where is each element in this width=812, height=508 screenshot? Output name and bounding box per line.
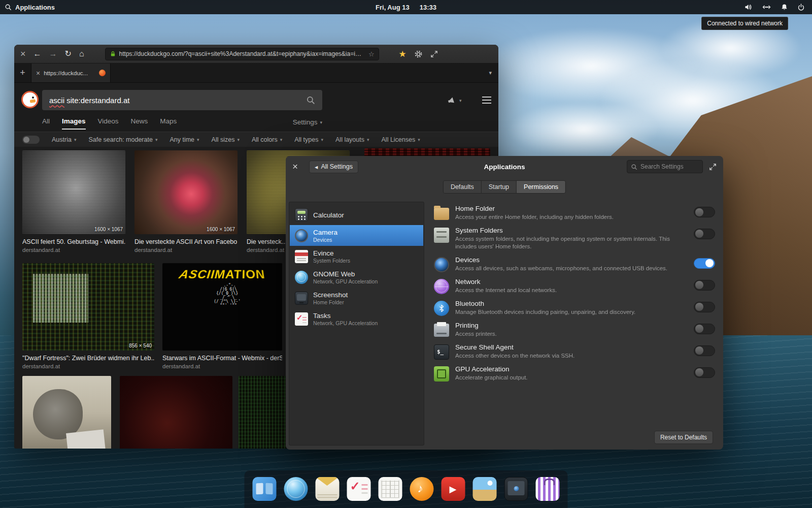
filter-layouts[interactable]: All layouts▾ bbox=[335, 136, 369, 143]
back-icon[interactable]: ← bbox=[33, 50, 42, 58]
bookmark-star-icon[interactable]: ☆ bbox=[368, 50, 375, 58]
lock-icon bbox=[110, 50, 116, 57]
result-caption: "Dwarf Fortress": Zwei Brüder widmen ihr… bbox=[22, 355, 154, 369]
filter-sizes[interactable]: All sizes▾ bbox=[212, 136, 240, 143]
browser-tab[interactable]: × https://duckduc... bbox=[31, 64, 111, 82]
ddg-tab-videos[interactable]: Videos bbox=[98, 117, 119, 130]
sidebar-item-screenshot[interactable]: ScreenshotHome Folder bbox=[290, 288, 423, 308]
all-settings-button[interactable]: ◂All Settings bbox=[309, 161, 358, 173]
permission-name: Printing bbox=[455, 322, 688, 329]
power-icon[interactable] bbox=[797, 3, 805, 11]
filter-colors[interactable]: All colors▾ bbox=[252, 136, 282, 143]
window-close-button[interactable]: × bbox=[20, 49, 26, 58]
hamburger-menu-icon[interactable] bbox=[482, 97, 491, 104]
dock-files[interactable] bbox=[253, 477, 277, 501]
result-title[interactable]: Starwars im ASCII-Format - Webmix - derS… bbox=[162, 355, 282, 362]
dock-videos[interactable] bbox=[442, 477, 465, 501]
ddg-settings-menu[interactable]: Settings▾ bbox=[293, 118, 322, 130]
sidebar-item-calculator[interactable]: Calculator bbox=[290, 204, 423, 225]
result-image[interactable]: 1600 × 1067 bbox=[134, 150, 238, 234]
filter-region[interactable]: Austria▾ bbox=[52, 136, 76, 143]
share-feedback-icon[interactable]: ▾ bbox=[447, 96, 462, 105]
result-source[interactable]: derstandard.at bbox=[162, 363, 282, 369]
filter-safe-search[interactable]: Safe search: moderate▾ bbox=[88, 136, 157, 143]
tab-list-caret-icon[interactable]: ▾ bbox=[489, 70, 492, 76]
filter-types[interactable]: All types▾ bbox=[294, 136, 323, 143]
permission-name: Secure Shell Agent bbox=[455, 343, 688, 351]
url-bar[interactable]: https://duckduckgo.com/?q=ascii+site%3Ad… bbox=[105, 48, 379, 60]
result-title[interactable]: "Dwarf Fortress": Zwei Brüder widmen ihr… bbox=[22, 355, 154, 362]
caret-down-icon: ▾ bbox=[459, 98, 462, 103]
sidebar-item-camera[interactable]: CameraDevices bbox=[290, 225, 423, 246]
reset-to-defaults-button[interactable]: Reset to Defaults bbox=[654, 431, 713, 444]
applications-menu[interactable]: Applications bbox=[0, 4, 55, 11]
devices-toggle[interactable] bbox=[694, 258, 715, 269]
filter-time[interactable]: Any time▾ bbox=[170, 136, 199, 143]
settings-titlebar[interactable]: × ◂All Settings Applications bbox=[286, 156, 723, 177]
dock-web-browser[interactable] bbox=[284, 477, 308, 501]
result-image[interactable] bbox=[22, 376, 111, 449]
region-toggle[interactable] bbox=[22, 136, 40, 144]
tab-close-icon[interactable]: × bbox=[36, 69, 40, 77]
dock-screenshot[interactable] bbox=[504, 477, 528, 501]
forward-icon[interactable]: → bbox=[49, 50, 57, 58]
duckduckgo-logo[interactable] bbox=[21, 91, 39, 108]
dock-photos[interactable] bbox=[473, 477, 497, 501]
printing-toggle[interactable] bbox=[694, 324, 715, 334]
home-icon[interactable]: ⌂ bbox=[79, 50, 84, 58]
ssh-agent-toggle[interactable] bbox=[694, 345, 715, 356]
home-folder-toggle[interactable] bbox=[694, 207, 715, 217]
tab-startup[interactable]: Startup bbox=[482, 181, 517, 193]
filter-licenses[interactable]: All Licenses▾ bbox=[382, 136, 420, 143]
clock[interactable]: Fri, Aug 13 13:33 bbox=[0, 4, 812, 11]
result-title[interactable]: Die versteckte ASCII Art von Facebo... bbox=[134, 238, 238, 245]
bluetooth-toggle[interactable] bbox=[694, 302, 715, 312]
volume-icon[interactable] bbox=[744, 3, 753, 11]
dock-calendar[interactable] bbox=[379, 477, 402, 501]
ddg-tab-news[interactable]: News bbox=[131, 117, 148, 130]
result-source[interactable]: derstandard.at bbox=[22, 247, 125, 253]
network-toggle[interactable] bbox=[694, 280, 715, 291]
dock-appcenter[interactable] bbox=[536, 477, 560, 501]
printer-icon bbox=[434, 324, 449, 337]
result-image[interactable]: 1600 × 1067 bbox=[22, 150, 125, 234]
window-close-button[interactable]: × bbox=[292, 161, 298, 172]
bookmarks-icon[interactable]: ★ bbox=[399, 49, 407, 59]
result-title[interactable]: ASCII feiert 50. Geburtstag - Webmi... bbox=[22, 238, 125, 245]
ddg-tab-images[interactable]: Images bbox=[62, 117, 86, 130]
ddg-tab-maps[interactable]: Maps bbox=[160, 117, 177, 130]
filter-label: Austria bbox=[52, 136, 72, 143]
system-folders-toggle[interactable] bbox=[694, 229, 715, 239]
dock-mail[interactable] bbox=[316, 477, 340, 501]
result-image[interactable]: ASCIIMATION .-"-. /|6 6|\ {/(_0_)\} _/ ^… bbox=[162, 263, 282, 351]
settings-search-field[interactable] bbox=[627, 160, 703, 173]
fullscreen-icon[interactable] bbox=[430, 50, 438, 58]
permission-description: Access printers. bbox=[455, 330, 673, 338]
sidebar-item-evince[interactable]: EvinceSystem Folders bbox=[290, 246, 423, 267]
tab-defaults[interactable]: Defaults bbox=[444, 181, 482, 193]
notifications-icon[interactable] bbox=[781, 3, 788, 11]
sidebar-item-tasks[interactable]: TasksNetwork, GPU Acceleration bbox=[290, 308, 423, 329]
permission-row-devices: DevicesAccess all devices, such as webca… bbox=[434, 256, 715, 272]
new-tab-button[interactable]: + bbox=[14, 64, 31, 82]
reload-icon[interactable]: ↻ bbox=[65, 50, 72, 58]
menu-gear-icon[interactable] bbox=[414, 50, 423, 58]
dock-music[interactable] bbox=[410, 477, 434, 501]
result-source[interactable]: derstandard.at bbox=[22, 363, 154, 369]
ddg-search-input[interactable]: ascii site:derstandard.at bbox=[42, 90, 322, 110]
result-source[interactable]: derstandard.at bbox=[134, 247, 238, 253]
settings-search-input[interactable] bbox=[640, 163, 695, 170]
result-image[interactable]: 856 × 540 bbox=[22, 263, 154, 351]
sidebar-item-gnome-web[interactable]: GNOME WebNetwork, GPU Acceleration bbox=[290, 267, 423, 288]
permission-description: Accelerate graphical output. bbox=[455, 374, 673, 382]
ddg-tab-all[interactable]: All bbox=[42, 117, 50, 130]
query-word: ascii bbox=[49, 96, 64, 105]
browser-titlebar[interactable]: × ← → ↻ ⌂ https://duckduckgo.com/?q=asci… bbox=[14, 45, 498, 64]
fullscreen-icon[interactable] bbox=[709, 163, 717, 171]
network-icon[interactable] bbox=[762, 3, 771, 11]
result-image[interactable] bbox=[120, 376, 232, 449]
dock-tasks[interactable] bbox=[347, 477, 371, 501]
search-icon[interactable] bbox=[306, 96, 315, 105]
gpu-toggle[interactable] bbox=[694, 367, 715, 378]
tab-permissions[interactable]: Permissions bbox=[517, 181, 565, 193]
